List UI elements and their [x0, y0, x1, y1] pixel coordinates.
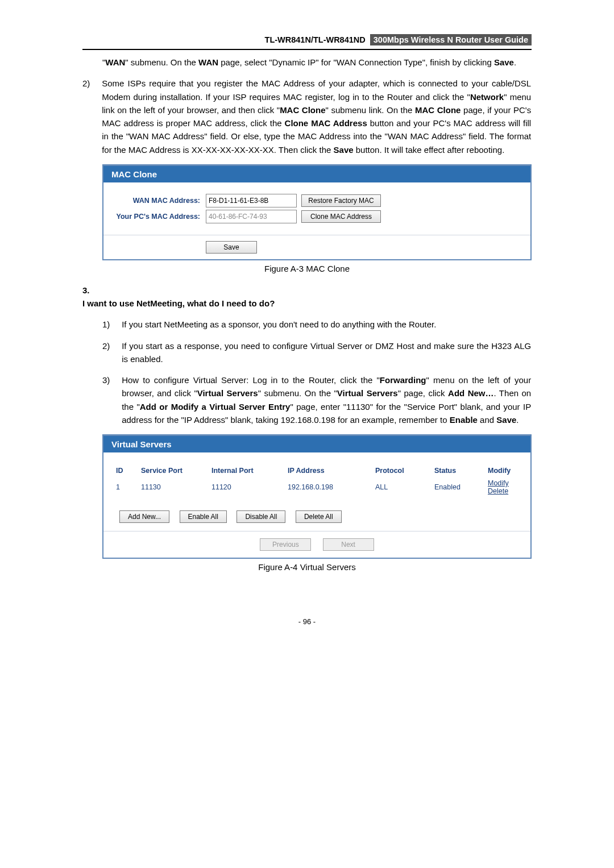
wan-mac-input[interactable]	[206, 194, 297, 207]
col-protocol: Protocol	[372, 465, 430, 476]
mac-clone-panel: MAC Clone WAN MAC Address: Restore Facto…	[102, 164, 532, 260]
col-status: Status	[431, 465, 483, 476]
page-number: - 96 -	[82, 617, 532, 626]
col-internal-port: Internal Port	[208, 465, 283, 476]
pc-mac-label: Your PC's MAC Address:	[103, 213, 206, 221]
figure-a3-caption: Figure A-3 MAC Clone	[82, 264, 532, 273]
previous-button: Previous	[260, 538, 311, 551]
mac-clone-title: MAC Clone	[103, 166, 530, 182]
delete-all-button[interactable]: Delete All	[296, 510, 342, 523]
pc-mac-input	[206, 210, 297, 223]
virtual-servers-title: Virtual Servers	[103, 436, 530, 452]
q3-step-2: 2) If you start as a response, you need …	[102, 339, 532, 366]
guide-label: 300Mbps Wireless N Router User Guide	[370, 34, 532, 45]
delete-link[interactable]: Delete	[488, 487, 508, 495]
disable-all-button[interactable]: Disable All	[237, 510, 285, 523]
modify-link[interactable]: Modify	[488, 479, 509, 487]
restore-factory-mac-button[interactable]: Restore Factory MAC	[301, 194, 381, 207]
next-button: Next	[323, 538, 374, 551]
wan-mac-label: WAN MAC Address:	[103, 197, 206, 205]
mac-save-button[interactable]: Save	[206, 241, 257, 254]
step-2: 2) Some ISPs require that you register t…	[82, 77, 532, 156]
col-service-port: Service Port	[138, 465, 207, 476]
clone-mac-address-button[interactable]: Clone MAC Address	[301, 210, 381, 223]
table-row: 1 11130 11120 192.168.0.198 ALL Enabled …	[113, 477, 521, 497]
step-2-num: 2)	[82, 77, 99, 90]
enable-all-button[interactable]: Enable All	[180, 510, 227, 523]
wan-continuation: "WAN" submenu. On the WAN page, select "…	[102, 56, 532, 69]
page-header: TL-WR841N/TL-WR841ND 300Mbps Wireless N …	[82, 34, 532, 50]
virtual-servers-table: ID Service Port Internal Port IP Address…	[111, 464, 522, 498]
question-3: 3. I want to use NetMeeting, what do I n…	[82, 284, 532, 310]
col-ip-address: IP Address	[284, 465, 371, 476]
add-new-button[interactable]: Add New...	[119, 510, 169, 523]
col-id: ID	[113, 465, 136, 476]
q3-step-3: 3) How to configure Virtual Server: Log …	[102, 373, 532, 426]
model-label: TL-WR841N/TL-WR841ND	[265, 35, 366, 44]
virtual-servers-panel: Virtual Servers ID Service Port Internal…	[102, 434, 532, 559]
col-modify: Modify	[484, 465, 521, 476]
q3-step-1: 1) If you start NetMeeting as a sponsor,…	[102, 318, 532, 331]
figure-a4-caption: Figure A-4 Virtual Servers	[82, 562, 532, 572]
